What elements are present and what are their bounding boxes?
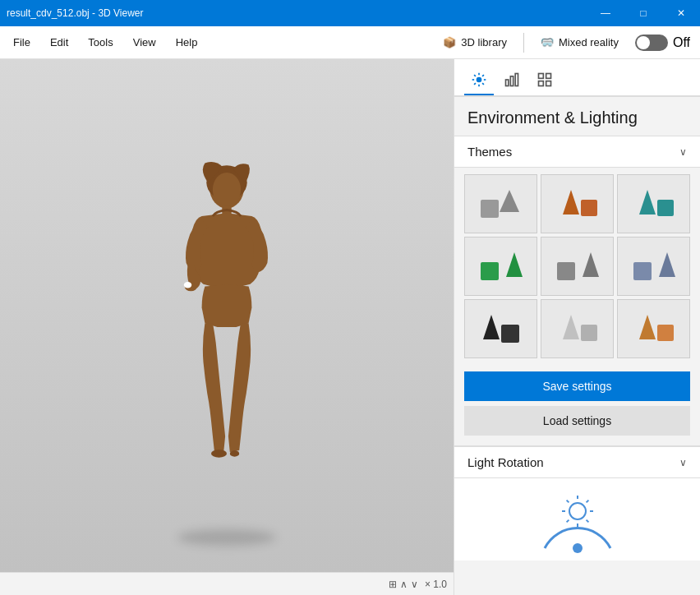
mixed-reality-label: Mixed reality: [559, 36, 619, 48]
chart-icon: [504, 71, 520, 88]
svg-line-15: [482, 75, 484, 76]
svg-marker-38: [563, 315, 579, 339]
section-title: Environment & Lighting: [454, 97, 700, 136]
theme-card-7[interactable]: [464, 299, 537, 358]
svg-rect-37: [501, 325, 519, 343]
svg-marker-25: [500, 190, 519, 212]
themes-grid: [454, 168, 700, 365]
3d-model: [145, 155, 309, 468]
tab-grid[interactable]: [530, 66, 560, 95]
theme-card-9[interactable]: [617, 299, 690, 358]
up-arrow[interactable]: ∧: [400, 579, 408, 590]
theme-shapes-4: [477, 246, 526, 287]
theme-card-6[interactable]: [617, 237, 690, 296]
svg-point-2: [213, 173, 241, 207]
scale-label: × 1.0: [425, 579, 447, 590]
theme-preview-4: [477, 246, 526, 287]
model-icon: ⊞: [389, 579, 397, 590]
svg-marker-26: [563, 190, 579, 214]
panel-tabs-container: [454, 59, 700, 97]
viewport[interactable]: ⊞ ∧ ∨ × 1.0: [0, 59, 454, 595]
svg-rect-24: [481, 200, 499, 218]
save-settings-button[interactable]: Save settings: [464, 371, 690, 401]
svg-marker-36: [483, 315, 500, 339]
svg-rect-23: [546, 81, 551, 86]
theme-preview-2: [553, 183, 602, 224]
theme-preview-1: [477, 183, 526, 224]
svg-marker-35: [659, 252, 675, 277]
svg-line-50: [566, 520, 569, 523]
theme-shapes-5: [553, 246, 602, 287]
titlebar: result_cdv_512.obj - 3D Viewer — □ ✕: [0, 0, 700, 26]
right-panel: Environment & Lighting Themes ∨: [454, 59, 700, 595]
mixed-reality-toggle[interactable]: Off: [635, 35, 690, 51]
close-button[interactable]: ✕: [662, 0, 700, 26]
light-rotation-section: Light Rotation ∨: [454, 445, 700, 560]
svg-rect-20: [539, 74, 544, 79]
theme-preview-6: [629, 246, 679, 287]
light-rotation-chevron-icon: ∨: [679, 457, 687, 468]
themes-title: Themes: [467, 145, 512, 159]
svg-point-8: [477, 77, 482, 83]
svg-line-14: [482, 83, 484, 85]
model-shadow: [177, 529, 276, 546]
action-buttons: Save settings Load settings: [454, 365, 700, 442]
theme-card-8[interactable]: [541, 299, 614, 358]
toolbar-right: 📦 3D library 🥽 Mixed reality Off: [436, 33, 697, 53]
titlebar-title: result_cdv_512.obj - 3D Viewer: [7, 7, 144, 19]
theme-card-5[interactable]: [541, 237, 614, 296]
library-button[interactable]: 📦 3D library: [436, 33, 513, 52]
svg-rect-19: [515, 74, 518, 86]
theme-card-4[interactable]: [464, 237, 537, 296]
menu-file[interactable]: File: [3, 26, 40, 59]
light-rotation-collapse-header[interactable]: Light Rotation ∨: [454, 446, 700, 478]
theme-card-2[interactable]: [541, 174, 614, 233]
svg-rect-41: [657, 325, 674, 341]
svg-point-42: [569, 503, 586, 519]
theme-shapes-1: [477, 183, 526, 224]
toggle-state-label: Off: [673, 35, 690, 50]
titlebar-app-name: result_cdv_512.obj - 3D Viewer: [7, 7, 144, 19]
maximize-button[interactable]: □: [624, 0, 662, 26]
svg-rect-34: [633, 262, 652, 280]
menu-view[interactable]: View: [123, 26, 166, 59]
tab-lighting[interactable]: [464, 66, 494, 95]
status-model-icon[interactable]: ⊞ ∧ ∨: [389, 579, 418, 590]
menu-help[interactable]: Help: [166, 26, 208, 59]
theme-card-1[interactable]: [464, 174, 537, 233]
minimize-button[interactable]: —: [587, 0, 624, 26]
svg-point-6: [211, 450, 227, 458]
svg-marker-28: [639, 190, 656, 214]
svg-rect-39: [581, 325, 597, 341]
theme-shapes-9: [629, 308, 679, 349]
load-settings-button[interactable]: Load settings: [464, 406, 690, 436]
down-arrow[interactable]: ∨: [411, 579, 418, 590]
svg-line-16: [474, 83, 476, 85]
svg-rect-32: [557, 262, 575, 280]
grid-icon: [537, 71, 553, 88]
theme-shapes-6: [629, 246, 679, 287]
themes-chevron-icon: ∨: [679, 146, 687, 158]
theme-preview-3: [629, 183, 679, 224]
sun-icon: [471, 71, 487, 88]
svg-rect-22: [539, 81, 544, 86]
svg-rect-29: [657, 200, 674, 216]
themes-collapse-header[interactable]: Themes ∨: [454, 136, 700, 168]
svg-rect-30: [481, 262, 499, 280]
theme-shapes-8: [553, 308, 602, 349]
svg-line-49: [586, 500, 588, 503]
menu-edit[interactable]: Edit: [40, 26, 78, 59]
menu-tools[interactable]: Tools: [78, 26, 122, 59]
theme-shapes-3: [629, 183, 679, 224]
light-rotation-title: Light Rotation: [467, 455, 544, 469]
mixed-reality-button[interactable]: 🥽 Mixed reality: [534, 33, 625, 52]
toggle-track[interactable]: [635, 35, 668, 51]
theme-card-3[interactable]: [617, 174, 690, 233]
svg-line-47: [566, 500, 569, 503]
mixed-reality-icon: 🥽: [541, 36, 554, 48]
toggle-thumb: [637, 36, 650, 49]
tab-analytics[interactable]: [497, 66, 527, 95]
scale-display: × 1.0: [425, 579, 447, 590]
rotation-dial[interactable]: [537, 482, 619, 556]
svg-rect-18: [510, 76, 513, 86]
